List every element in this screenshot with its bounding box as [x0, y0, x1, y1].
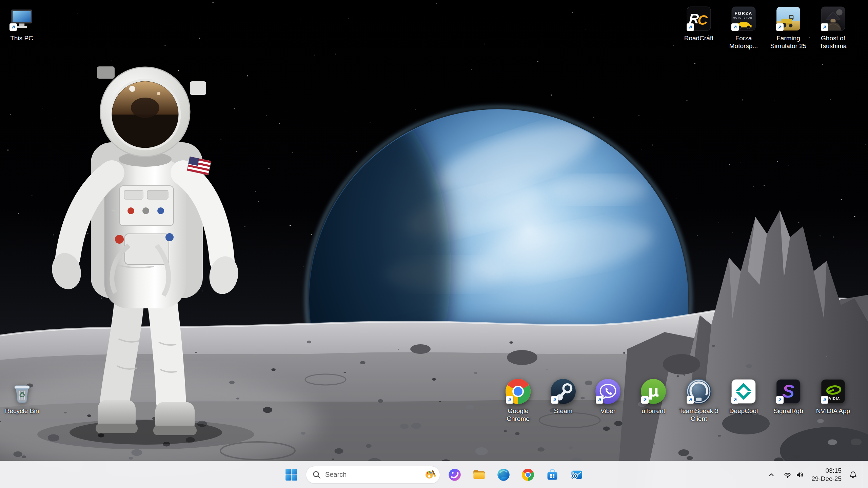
shortcut-arrow-icon — [821, 23, 828, 31]
chevron-up-icon — [767, 470, 776, 479]
clock-date: 29-Dec-25 — [811, 475, 842, 483]
svg-text:S: S — [782, 381, 794, 401]
desktop-icon-teamspeak[interactable]: TeamSpeak 3 Client — [676, 378, 721, 423]
taskbar-search[interactable]: Search — [306, 466, 440, 484]
desktop-icon-label: NVIDIA App — [816, 407, 850, 415]
taskbar: Search — [0, 461, 868, 488]
search-icon — [312, 470, 321, 479]
desktop-icon-this-pc[interactable]: This PC — [0, 5, 44, 42]
svg-text:FORZA: FORZA — [735, 11, 753, 16]
signalrgb-icon: S — [775, 378, 802, 405]
desktop-icon-deepcool[interactable]: DeepCool — [721, 378, 766, 415]
shortcut-arrow-icon — [641, 396, 649, 404]
desktop-icon-ghost-of-tsushima[interactable]: Ghost of Tsushima — [811, 5, 855, 50]
desktop-icon-label: Viber — [600, 407, 615, 415]
desktop-icon-forza-motorsport[interactable]: FORZA MOTORSPORT Forza Motorsp... — [721, 5, 766, 50]
ghost-of-tsushima-icon — [820, 5, 846, 32]
chrome-taskbar-button[interactable] — [518, 465, 538, 485]
utorrent-icon: µ — [640, 378, 667, 405]
shortcut-arrow-icon — [687, 23, 694, 31]
recycle-bin-icon: ♻ — [9, 378, 35, 405]
shortcut-arrow-icon — [776, 396, 784, 404]
outlook-icon — [570, 468, 584, 482]
microsoft-store-icon — [546, 468, 559, 482]
file-explorer-folder-icon — [472, 468, 486, 482]
desktop-icon-label: SignalRgb — [773, 407, 803, 415]
desktop-icon-label: Steam — [554, 407, 573, 415]
desktop-icon-label: DeepCool — [729, 407, 758, 415]
taskbar-clock[interactable]: 03:15 29-Dec-25 — [809, 467, 844, 482]
svg-text:µ: µ — [648, 382, 659, 400]
desktop-icon-roadcraft[interactable]: R C RoadCraft — [676, 5, 721, 42]
volume-icon — [795, 470, 804, 479]
viber-icon — [595, 378, 621, 405]
windows-start-icon — [285, 468, 298, 481]
deepcool-icon — [730, 378, 757, 405]
wifi-icon — [783, 470, 792, 479]
chrome-icon — [521, 468, 535, 482]
desktop-icon-label: TeamSpeak 3 Client — [676, 407, 721, 423]
desktop-icon-label: Recycle Bin — [5, 407, 39, 415]
desktop-icon-label: This PC — [10, 34, 33, 42]
start-button[interactable] — [281, 465, 301, 485]
desktop-icon-label: RoadCraft — [684, 34, 714, 42]
desktop-icon-label: uTorrent — [642, 407, 665, 415]
desktop-icon-label: Farming Simulator 25 — [766, 34, 811, 50]
teamspeak-icon — [686, 378, 712, 405]
desktop-icon-steam[interactable]: Steam — [541, 378, 586, 415]
svg-text:♻: ♻ — [19, 390, 25, 399]
shortcut-arrow-icon — [776, 23, 784, 31]
search-highlights-icon — [423, 468, 437, 482]
roadcraft-icon: R C — [686, 5, 712, 32]
steam-icon — [550, 378, 576, 405]
farming-simulator-icon — [775, 5, 802, 32]
google-chrome-icon — [505, 378, 531, 405]
copilot-button[interactable] — [445, 465, 465, 485]
desktop-icon-farming-simulator-25[interactable]: Farming Simulator 25 — [766, 5, 811, 50]
shortcut-arrow-icon — [551, 396, 558, 404]
edge-button[interactable] — [494, 465, 513, 485]
shortcut-arrow-icon — [9, 23, 17, 31]
edge-icon — [497, 468, 510, 482]
taskbar-center-group: Search — [281, 461, 587, 488]
desktop: This PC R C RoadCraft FORZA MOTORSPORT — [0, 0, 868, 488]
clock-time: 03:15 — [811, 467, 842, 474]
notification-button[interactable] — [846, 465, 861, 484]
taskbar-tray: 03:15 29-Dec-25 — [764, 461, 865, 488]
shortcut-arrow-icon — [596, 396, 603, 404]
desktop-icon-label: Google Chrome — [496, 407, 540, 423]
shortcut-arrow-icon — [731, 396, 739, 404]
desktop-icon-utorrent[interactable]: µ uTorrent — [631, 378, 676, 415]
show-desktop-button[interactable] — [862, 461, 865, 488]
notification-bell-icon — [849, 470, 857, 479]
tray-network-volume-button[interactable] — [780, 465, 807, 484]
file-explorer-button[interactable] — [469, 465, 489, 485]
forza-motorsport-icon: FORZA MOTORSPORT — [730, 5, 757, 32]
svg-text:MOTORSPORT: MOTORSPORT — [733, 17, 754, 19]
this-pc-icon — [8, 5, 35, 32]
desktop-icon-viber[interactable]: Viber — [586, 378, 630, 415]
svg-text:C: C — [697, 12, 708, 28]
desktop-icon-recycle-bin[interactable]: ♻ Recycle Bin — [0, 378, 44, 415]
desktop-icon-label: Forza Motorsp... — [721, 34, 766, 50]
shortcut-arrow-icon — [506, 396, 513, 404]
desktop-icon-label: Ghost of Tsushima — [811, 34, 855, 50]
desktop-icon-signalrgb[interactable]: S SignalRgb — [766, 378, 811, 415]
desktop-icon-nvidia-app[interactable]: NVIDIA NVIDIA App — [811, 378, 855, 415]
shortcut-arrow-icon — [821, 396, 828, 404]
copilot-icon — [448, 468, 461, 482]
tray-chevron-button[interactable] — [764, 465, 779, 484]
shortcut-arrow-icon — [687, 396, 694, 404]
outlook-button[interactable] — [567, 465, 587, 485]
shortcut-arrow-icon — [731, 23, 739, 31]
nvidia-app-icon: NVIDIA — [820, 378, 846, 405]
desktop-icon-google-chrome[interactable]: Google Chrome — [496, 378, 540, 423]
microsoft-store-button[interactable] — [542, 465, 562, 485]
search-placeholder: Search — [325, 471, 419, 479]
